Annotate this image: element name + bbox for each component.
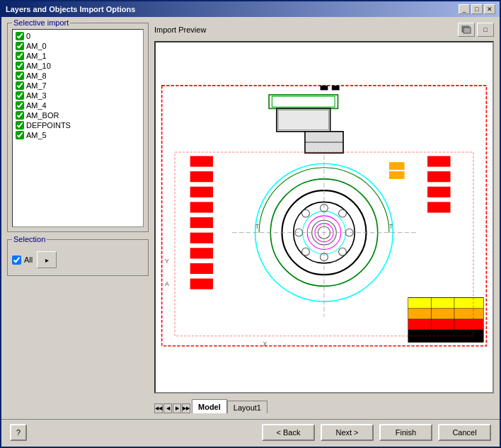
all-label: All — [24, 255, 33, 264]
close-button[interactable]: ✕ — [484, 4, 495, 14]
svg-text:Y: Y — [165, 258, 169, 265]
maximize-button[interactable]: □ — [471, 4, 483, 14]
nav-last-arrow[interactable]: ▶▶ — [182, 403, 190, 413]
svg-rect-5 — [190, 171, 213, 182]
svg-rect-9 — [190, 233, 213, 243]
next-button[interactable]: Next > — [321, 424, 374, 441]
left-panel: Selective import 0AM_0AM_1AM_10AM_8AM_7A… — [7, 23, 149, 413]
svg-rect-13 — [427, 156, 450, 166]
layer-label-layer-am4: AM_4 — [26, 101, 47, 110]
nav-next-arrow[interactable]: ▶ — [173, 403, 181, 413]
layer-label-layer-ambor: AM_BOR — [26, 111, 59, 120]
nav-first-arrow[interactable]: ◀◀ — [154, 403, 163, 413]
preview-btn-2[interactable]: □ — [477, 23, 494, 37]
selection-inner: All ▸ — [12, 248, 144, 271]
layer-list[interactable]: 0AM_0AM_1AM_10AM_8AM_7AM_3AM_4AM_BORDEFP… — [12, 29, 144, 227]
layer-label-layer-am3: AM_3 — [26, 91, 47, 100]
layer-item-layer-am0: AM_0 — [14, 41, 142, 51]
window-title: Layers and Objects Import Options — [6, 5, 135, 13]
footer-buttons: < Back Next > Finish Cancel — [262, 424, 491, 441]
tab-layout1[interactable]: Layout1 — [227, 401, 267, 413]
layer-item-layer-ambor: AM_BOR — [14, 110, 142, 120]
layer-item-layer-am4: AM_4 — [14, 100, 142, 110]
all-checkbox[interactable] — [12, 255, 21, 265]
svg-rect-8 — [190, 217, 213, 228]
layer-item-layer-am1: AM_1 — [14, 51, 142, 61]
layer-checkbox-layer-am0[interactable] — [16, 42, 24, 50]
layer-label-layer-am5: AM_5 — [26, 131, 47, 139]
layer-label-layer-am8: AM_8 — [26, 71, 47, 80]
layer-label-layer-am10: AM_10 — [26, 62, 51, 70]
svg-rect-11 — [190, 263, 213, 274]
import-preview-label: Import Preview — [154, 25, 206, 34]
footer: ? < Back Next > Finish Cancel — [1, 419, 500, 447]
svg-rect-53 — [321, 86, 328, 90]
svg-rect-19 — [408, 309, 483, 319]
layer-checkbox-layer-am4[interactable] — [16, 101, 24, 110]
tab-model[interactable]: Model — [192, 399, 227, 413]
svg-rect-15 — [427, 187, 450, 197]
selection-group: Selection All ▸ — [7, 239, 149, 276]
preview-area: Y A X T T — [154, 41, 494, 394]
back-button[interactable]: < Back — [262, 424, 315, 441]
layer-item-layer-am3: AM_3 — [14, 91, 142, 100]
finish-button[interactable]: Finish — [379, 424, 432, 441]
preview-toolbar: □ — [458, 23, 494, 37]
svg-rect-7 — [190, 202, 213, 212]
nav-prev-arrow[interactable]: ◀ — [163, 403, 172, 413]
main-window: Layers and Objects Import Options _ □ ✕ … — [0, 0, 501, 448]
layer-item-layer-am5: AM_5 — [14, 130, 142, 140]
help-button[interactable]: ? — [10, 424, 27, 441]
svg-rect-55 — [389, 162, 405, 170]
layer-checkbox-layer-am8[interactable] — [16, 71, 24, 80]
svg-text:T: T — [255, 223, 260, 230]
layer-item-layer-am8: AM_8 — [14, 71, 142, 81]
svg-rect-14 — [427, 171, 450, 182]
layer-label-layer-defpoints: DEFPOINTS — [26, 121, 71, 130]
layer-checkbox-layer-0[interactable] — [16, 32, 24, 40]
layer-checkbox-layer-defpoints[interactable] — [16, 121, 24, 130]
svg-rect-30 — [277, 108, 330, 131]
svg-text:T: T — [389, 223, 393, 230]
selection-label: Selection — [12, 235, 47, 243]
svg-rect-16 — [427, 202, 450, 212]
layer-item-layer-am10: AM_10 — [14, 61, 142, 71]
svg-text:X: X — [263, 340, 267, 348]
footer-left: ? — [10, 424, 27, 441]
layer-checkbox-layer-am3[interactable] — [16, 91, 24, 100]
layer-label-layer-0: 0 — [26, 32, 30, 40]
layer-checkbox-layer-am5[interactable] — [16, 131, 24, 139]
layer-item-layer-am7: AM_7 — [14, 81, 142, 91]
title-bar: Layers and Objects Import Options _ □ ✕ — [1, 1, 500, 17]
content-area: Selective import 0AM_0AM_1AM_10AM_8AM_7A… — [1, 17, 500, 419]
svg-rect-54 — [332, 86, 340, 90]
layer-checkbox-layer-ambor[interactable] — [16, 111, 24, 120]
select-button[interactable]: ▸ — [37, 251, 57, 268]
all-checkbox-row: All — [12, 255, 33, 265]
tab-bar: ◀◀ ◀ ▶ ▶▶ Model Layout1 — [154, 398, 494, 413]
cad-preview-svg: Y A X T T — [156, 42, 493, 392]
layer-checkbox-layer-am1[interactable] — [16, 52, 24, 60]
svg-rect-1 — [463, 28, 471, 33]
svg-rect-12 — [190, 279, 213, 289]
layer-label-layer-am0: AM_0 — [26, 42, 47, 50]
svg-rect-6 — [190, 187, 213, 197]
layer-label-layer-am7: AM_7 — [26, 81, 47, 90]
layer-checkbox-layer-am7[interactable] — [16, 81, 24, 90]
selective-import-label: Selective import — [12, 18, 70, 27]
svg-rect-10 — [190, 248, 213, 258]
cancel-button[interactable]: Cancel — [438, 424, 491, 441]
selective-import-group: Selective import 0AM_0AM_1AM_10AM_8AM_7A… — [7, 23, 149, 232]
minimize-button[interactable]: _ — [459, 4, 470, 14]
svg-text:A: A — [165, 280, 169, 287]
svg-rect-56 — [389, 171, 405, 179]
title-bar-controls: _ □ ✕ — [459, 4, 495, 14]
layer-item-layer-defpoints: DEFPOINTS — [14, 120, 142, 130]
layer-checkbox-layer-am10[interactable] — [16, 62, 24, 70]
preview-btn-1[interactable] — [458, 23, 475, 37]
layer-item-layer-0: 0 — [14, 31, 142, 41]
svg-rect-4 — [190, 156, 213, 166]
svg-rect-18 — [408, 298, 483, 309]
layer-label-layer-am1: AM_1 — [26, 52, 47, 60]
nav-arrows: ◀◀ ◀ ▶ ▶▶ — [154, 403, 190, 413]
